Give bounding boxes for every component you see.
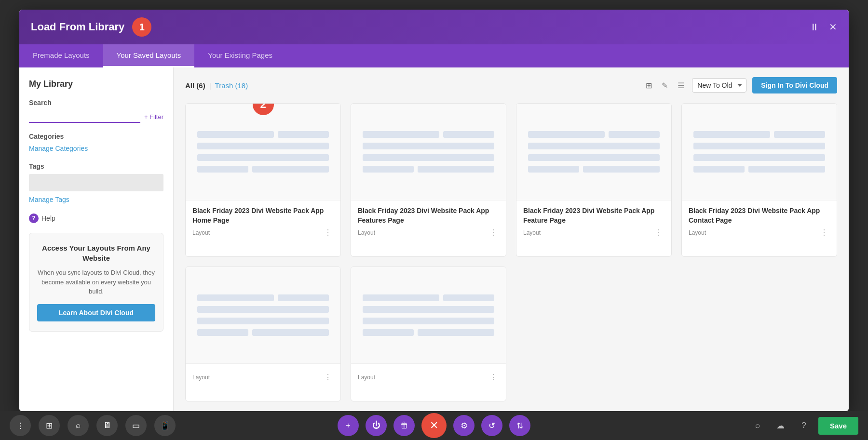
header-left: Load From Library 1 (31, 17, 151, 37)
card-type: Layout (523, 229, 541, 236)
card-type: Layout (358, 229, 375, 236)
filter-left: All (6) | Trash (18) (185, 81, 248, 90)
card-name: Black Friday 2023 Divi Website Pack App … (358, 206, 499, 225)
card-menu-button[interactable]: ⋮ (488, 228, 499, 238)
more-options-button[interactable]: ⋮ (10, 415, 31, 436)
card-info: Layout ⋮ (351, 363, 506, 388)
sidebar: My Library Search + Filter Categories Ma… (19, 67, 174, 411)
search-button[interactable]: ⌕ (68, 415, 89, 436)
cloud-small-button[interactable]: ☁ (772, 417, 789, 434)
card-preview (351, 104, 506, 200)
help-row: ? Help (29, 213, 163, 223)
layout-grid: 2 Black Friday 2023 Divi Website Pack Ap… (185, 103, 837, 401)
power-button[interactable]: ⏻ (366, 415, 387, 436)
sort-select[interactable]: New To Old Old To New A-Z Z-A (692, 78, 746, 93)
manage-tags-link[interactable]: Manage Tags (29, 196, 69, 203)
card-type: Layout (192, 374, 210, 381)
card-meta-row: Layout ⋮ (358, 373, 499, 382)
filter-right: ⊞ ✎ ☰ New To Old Old To New A-Z Z-A Sign… (644, 77, 837, 93)
tab-premade-layouts[interactable]: Premade Layouts (19, 44, 103, 67)
layout-card: Black Friday 2023 Divi Website Pack App … (351, 103, 506, 257)
layout-card: 2 Black Friday 2023 Divi Website Pack Ap… (185, 103, 341, 257)
all-count: All (6) (185, 81, 205, 90)
tags-input[interactable] (29, 174, 163, 191)
card-name: Black Friday 2023 Divi Website Pack App … (523, 206, 665, 225)
card-menu-button[interactable]: ⋮ (322, 228, 334, 238)
sidebar-title: My Library (29, 79, 163, 89)
settings-button[interactable]: ⚙ (453, 415, 475, 436)
skeleton (197, 294, 329, 336)
search-section: Search + Filter (29, 99, 163, 123)
filter-button[interactable]: + Filter (144, 113, 163, 120)
history-button[interactable]: ↺ (481, 415, 502, 436)
card-meta-row: Layout ⋮ (192, 373, 334, 382)
manage-categories-link[interactable]: Manage Categories (29, 145, 88, 152)
layout-card: Layout ⋮ (185, 267, 341, 401)
pause-icon[interactable]: ⏸ (810, 22, 819, 32)
cloud-box-title: Access Your Layouts From Any Website (37, 243, 155, 263)
search-row: + Filter (29, 110, 163, 123)
tags-section: Tags Manage Tags (29, 162, 163, 204)
categories-section: Categories Manage Categories (29, 133, 163, 153)
card-meta-row: Layout ⋮ (192, 228, 334, 238)
card-preview-wrapper: 2 (186, 104, 340, 200)
skeleton (197, 131, 329, 173)
mobile-view-button[interactable]: 📱 (154, 415, 176, 436)
card-preview (351, 267, 506, 363)
header-right: ⏸ ✕ (810, 22, 837, 32)
card-menu-button[interactable]: ⋮ (818, 228, 830, 238)
card-menu-button[interactable]: ⋮ (322, 373, 334, 382)
close-icon[interactable]: ✕ (829, 22, 837, 32)
card-info: Black Friday 2023 Divi Website Pack App … (186, 200, 340, 243)
categories-label: Categories (29, 133, 163, 140)
card-name: Black Friday 2023 Divi Website Pack App … (192, 206, 334, 225)
sign-in-button[interactable]: Sign In To Divi Cloud (752, 77, 837, 93)
sync-button[interactable]: ⇅ (509, 415, 530, 436)
grid-view-button[interactable]: ⊞ (644, 79, 654, 92)
tab-saved-layouts[interactable]: Your Saved Layouts (103, 44, 195, 67)
card-preview (186, 267, 340, 363)
card-info: Black Friday 2023 Divi Website Pack App … (516, 200, 671, 243)
add-module-button[interactable]: + (338, 415, 359, 436)
search-small-button[interactable]: ⌕ (749, 417, 766, 434)
card-preview (682, 104, 837, 200)
tags-label: Tags (29, 162, 163, 170)
trash-link[interactable]: Trash (18) (215, 81, 248, 90)
learn-cloud-button[interactable]: Learn About Divi Cloud (37, 304, 155, 321)
card-meta-row: Layout ⋮ (523, 228, 665, 238)
pipe-sep: | (209, 81, 211, 90)
help-small-button[interactable]: ? (795, 417, 813, 434)
content-toolbar: All (6) | Trash (18) ⊞ ✎ ☰ New To Old Ol… (185, 77, 837, 93)
search-label: Search (29, 99, 163, 107)
card-menu-button[interactable]: ⋮ (653, 228, 665, 238)
tab-existing-pages[interactable]: Your Existing Pages (194, 44, 286, 67)
modal-header: Load From Library 1 ⏸ ✕ (19, 10, 849, 44)
help-label: Help (41, 214, 55, 222)
card-type: Layout (358, 374, 375, 381)
close-modal-button[interactable]: ✕ (421, 413, 447, 438)
delete-button[interactable]: 🗑 (393, 415, 415, 436)
list-view-button[interactable]: ☰ (676, 79, 686, 92)
card-preview (186, 104, 340, 200)
save-button[interactable]: Save (818, 417, 858, 435)
card-menu-button[interactable]: ⋮ (488, 373, 499, 382)
card-info: Black Friday 2023 Divi Website Pack App … (351, 200, 506, 243)
cloud-box: Access Your Layouts From Any Website Whe… (29, 233, 163, 332)
layout-card: Black Friday 2023 Divi Website Pack App … (681, 103, 837, 257)
desktop-view-button[interactable]: 🖥 (96, 415, 118, 436)
brush-view-button[interactable]: ✎ (660, 79, 670, 92)
wireframe-button[interactable]: ⊞ (39, 415, 60, 436)
modal: Load From Library 1 ⏸ ✕ Premade Layouts … (19, 10, 849, 411)
modal-body: My Library Search + Filter Categories Ma… (19, 67, 849, 411)
bottom-center: + ⏻ 🗑 ✕ ⚙ ↺ ⇅ (338, 413, 530, 438)
tablet-view-button[interactable]: ▭ (125, 415, 147, 436)
skeleton (528, 131, 660, 173)
skeleton (363, 294, 494, 336)
card-type: Layout (192, 229, 210, 236)
layout-card: Layout ⋮ (351, 267, 506, 401)
card-info: Layout ⋮ (186, 363, 340, 388)
card-meta-row: Layout ⋮ (689, 228, 830, 238)
bottom-toolbar: ⋮ ⊞ ⌕ 🖥 ▭ 📱 + ⏻ 🗑 ✕ ⚙ ↺ ⇅ ⌕ ☁ ? Save (0, 411, 868, 440)
skeleton (363, 131, 494, 173)
search-input[interactable] (29, 110, 140, 123)
